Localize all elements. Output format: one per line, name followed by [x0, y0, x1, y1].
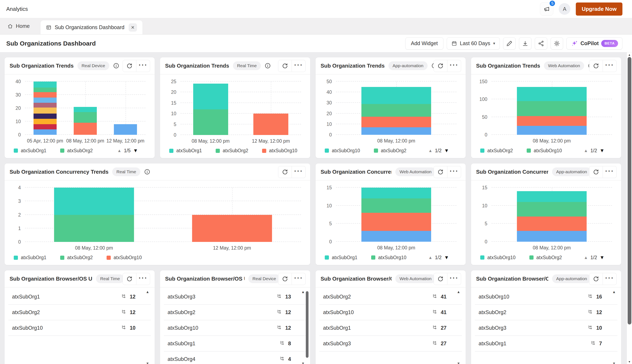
more-button[interactable]: ···	[292, 60, 305, 72]
stacked-bar[interactable]	[192, 188, 272, 242]
list-scroll-down-icon[interactable]: ▼	[612, 362, 616, 364]
pager-up-icon[interactable]: ▲	[117, 148, 121, 153]
settings-button[interactable]	[551, 38, 563, 50]
avatar[interactable]: A	[559, 3, 570, 15]
refresh-button[interactable]	[278, 166, 292, 178]
refresh-button[interactable]	[434, 273, 447, 285]
refresh-button[interactable]	[278, 273, 292, 285]
list-item[interactable]: atxSubOrg1012	[164, 320, 306, 336]
pager-down-icon[interactable]: ▼	[444, 148, 449, 154]
legend-item[interactable]: atxSubOrg1	[169, 148, 202, 154]
stacked-bar[interactable]	[253, 82, 288, 135]
refresh-button[interactable]	[589, 273, 603, 285]
list-item[interactable]: atxSubOrg1016	[475, 289, 617, 305]
edit-button[interactable]	[503, 38, 516, 50]
list-item[interactable]: atxSubOrg310	[475, 320, 617, 336]
more-button[interactable]: ···	[447, 60, 461, 72]
pager-up-icon[interactable]: ▲	[428, 255, 432, 260]
list-scroll-up-icon[interactable]: ▲	[146, 290, 149, 294]
scrollbar-down-arrow[interactable]: ▾	[627, 360, 632, 364]
pager-down-icon[interactable]: ▼	[599, 254, 604, 260]
legend-item[interactable]: atxSubOrg10	[371, 255, 407, 260]
more-button[interactable]: ···	[136, 273, 150, 285]
add-widget-button[interactable]: Add Widget	[405, 38, 443, 50]
more-button[interactable]: ···	[292, 166, 305, 178]
list-item[interactable]: atxSubOrg112	[8, 289, 151, 305]
stacked-bar[interactable]	[517, 82, 587, 135]
list-item[interactable]: atxSubOrg18	[164, 336, 306, 352]
legend-item[interactable]: atxSubOrg10	[262, 148, 297, 154]
pager-up-icon[interactable]: ▲	[428, 148, 432, 153]
list-scroll-up-icon[interactable]: ▲	[612, 290, 616, 294]
legend-item[interactable]: atxSubOrg1	[325, 255, 358, 260]
list-scroll-down-icon[interactable]: ▼	[457, 362, 460, 364]
refresh-button[interactable]	[278, 60, 292, 72]
list-scrollbar-thumb[interactable]	[306, 291, 308, 358]
legend-item[interactable]: atxSubOrg2	[216, 148, 248, 154]
stacked-bar[interactable]	[54, 188, 134, 242]
list-item[interactable]: atxSubOrg313	[164, 289, 306, 305]
refresh-button[interactable]	[589, 166, 603, 178]
legend-item[interactable]: atxSubOrg2	[60, 255, 93, 260]
legend-item[interactable]: atxSubOrg1	[14, 148, 47, 154]
more-button[interactable]: ···	[136, 60, 150, 72]
legend-item[interactable]: atxSubOrg10	[107, 255, 142, 260]
list-scroll-up-icon[interactable]: ▲	[457, 290, 460, 294]
refresh-button[interactable]	[434, 166, 447, 178]
stacked-bar[interactable]	[193, 82, 228, 135]
more-button[interactable]: ···	[603, 273, 616, 285]
info-button[interactable]	[264, 62, 271, 69]
more-button[interactable]: ···	[447, 273, 461, 285]
stacked-bar[interactable]	[361, 82, 431, 135]
pager-down-icon[interactable]: ▼	[133, 148, 138, 154]
list-scroll-down-icon[interactable]: ▼	[146, 362, 149, 364]
tab-home[interactable]: Home	[0, 18, 37, 34]
refresh-button[interactable]	[434, 60, 447, 72]
stacked-bar[interactable]	[517, 188, 587, 242]
date-range-dropdown[interactable]: Last 60 Days ▾	[447, 38, 500, 50]
share-button[interactable]	[535, 38, 547, 50]
announcements-button[interactable]: 5	[540, 2, 553, 16]
legend-item[interactable]: atxSubOrg2	[60, 148, 93, 154]
pager-down-icon[interactable]: ▼	[599, 148, 604, 154]
list-item[interactable]: atxSubOrg327	[319, 336, 462, 352]
legend-item[interactable]: atxSubOrg2	[480, 148, 513, 154]
list-item[interactable]: atxSubOrg17	[475, 336, 617, 352]
more-button[interactable]: ···	[447, 166, 461, 178]
pager-up-icon[interactable]: ▲	[584, 255, 588, 260]
scrollbar-up-arrow[interactable]: ▴	[627, 53, 632, 56]
legend-item[interactable]: atxSubOrg10	[527, 148, 562, 154]
more-button[interactable]: ···	[603, 60, 616, 72]
list-item[interactable]: atxSubOrg1010	[8, 320, 151, 336]
more-button[interactable]: ···	[292, 273, 305, 285]
legend-item[interactable]: atxSubOrg2	[374, 148, 407, 154]
refresh-button[interactable]	[123, 273, 136, 285]
download-button[interactable]	[519, 38, 531, 50]
stacked-bar[interactable]	[34, 82, 57, 135]
more-button[interactable]: ···	[603, 166, 616, 178]
pager-down-icon[interactable]: ▼	[444, 254, 449, 260]
upgrade-now-button[interactable]: Upgrade Now	[576, 2, 622, 16]
refresh-button[interactable]	[123, 60, 136, 72]
info-button[interactable]	[144, 169, 150, 175]
refresh-button[interactable]	[589, 60, 603, 72]
stacked-bar[interactable]	[114, 82, 137, 135]
copilot-button[interactable]: CoPilot BETA	[566, 38, 622, 50]
info-button[interactable]	[113, 62, 119, 69]
list-scroll-down-icon[interactable]: ▼	[301, 362, 305, 364]
pager-up-icon[interactable]: ▲	[584, 148, 588, 153]
stacked-bar[interactable]	[361, 188, 431, 242]
page-scrollbar[interactable]: ▴ ▾	[626, 52, 632, 364]
list-item[interactable]: atxSubOrg212	[8, 305, 151, 320]
tab-close-icon[interactable]: ×	[129, 23, 137, 32]
stacked-bar[interactable]	[74, 82, 97, 135]
legend-item[interactable]: atxSubOrg10	[480, 255, 516, 260]
list-scroll-up-icon[interactable]: ▲	[301, 290, 305, 294]
list-item[interactable]: atxSubOrg212	[475, 305, 617, 320]
list-item[interactable]: atxSubOrg212	[164, 305, 306, 320]
legend-item[interactable]: atxSubOrg1	[14, 255, 47, 260]
legend-item[interactable]: atxSubOrg10	[325, 148, 360, 154]
list-item[interactable]: atxSubOrg1041	[319, 305, 462, 320]
list-item[interactable]: atxSubOrg241	[319, 289, 462, 305]
scrollbar-thumb[interactable]	[628, 57, 631, 324]
